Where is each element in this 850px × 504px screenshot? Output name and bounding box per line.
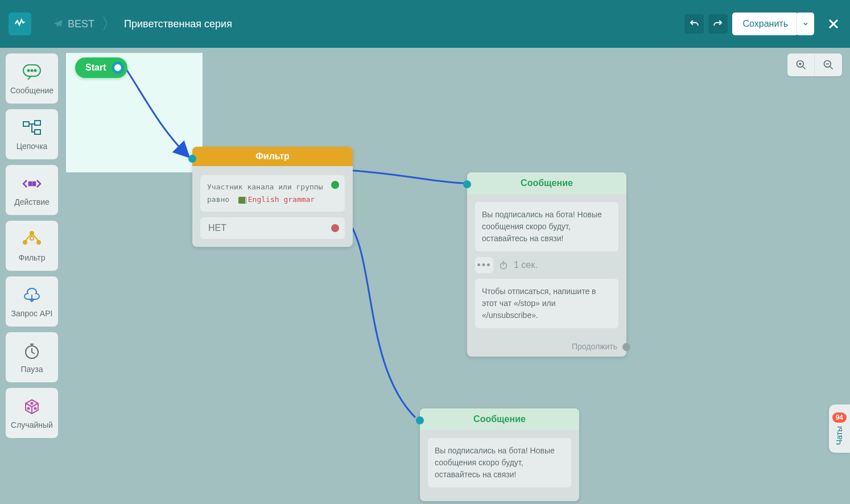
tool-label: Запрос API (11, 309, 53, 318)
tool-label: Сообщение (10, 86, 53, 95)
chat-label: Чаты (835, 426, 844, 445)
zoom-controls (787, 53, 842, 76)
undo-button[interactable] (684, 14, 704, 34)
chat-sidebar-tab[interactable]: 94 Чаты (829, 404, 850, 453)
node-toolbar: Сообщение Цепочка Действие Фильтр Запрос… (6, 53, 58, 438)
flow-name: Приветственная серия (124, 18, 232, 30)
tool-label: Цепочка (16, 142, 48, 151)
zoom-in-icon (795, 59, 807, 71)
continue-label: Продолжить (572, 342, 617, 351)
svg-point-10 (23, 241, 27, 244)
filter-node[interactable]: Фильтр Участник канала или группы равно … (192, 147, 353, 247)
dice-icon (23, 398, 40, 415)
api-icon (22, 287, 42, 304)
tool-message[interactable]: Сообщение (6, 53, 58, 104)
message-icon (22, 64, 42, 81)
filter-input-port[interactable] (188, 155, 196, 163)
app-header: BEST 〉 Приветственная серия Сохранить (0, 0, 850, 48)
svg-point-9 (30, 232, 34, 235)
undo-icon (689, 19, 699, 29)
typing-icon: ••• (475, 257, 493, 273)
message1-header: Сообщение (467, 172, 626, 194)
tool-filter[interactable]: Фильтр (6, 221, 58, 271)
book-icon (238, 197, 246, 204)
close-button[interactable] (826, 16, 841, 32)
tool-action[interactable]: Действие (6, 165, 58, 215)
tool-label: Фильтр (18, 253, 45, 262)
condition-line1: Участник канала или группы (207, 181, 338, 193)
start-node[interactable]: Start (75, 57, 127, 78)
redo-icon (713, 19, 723, 29)
svg-point-12 (30, 237, 34, 240)
zoom-in-button[interactable] (787, 53, 815, 76)
message2-header: Сообщение (420, 408, 579, 430)
tool-label: Пауза (21, 365, 43, 374)
chat-count-badge: 94 (832, 412, 847, 423)
svg-point-3 (35, 70, 36, 72)
start-output-port[interactable] (112, 61, 124, 74)
filter-yes-port[interactable] (331, 181, 339, 189)
bot-name: BEST (68, 18, 94, 30)
chain-icon (22, 119, 42, 137)
message1-delay[interactable]: ••• 1 сек. (475, 257, 618, 273)
action-icon (22, 177, 42, 191)
message2-bubble1[interactable]: Вы подписались на бота! Новые сообщения … (428, 438, 571, 488)
svg-rect-4 (23, 122, 29, 126)
tool-chain[interactable]: Цепочка (6, 109, 58, 159)
save-dropdown[interactable] (796, 13, 814, 35)
tool-random[interactable]: Случайный (6, 388, 58, 438)
tool-api[interactable]: Запрос API (6, 276, 58, 327)
tool-label: Действие (14, 197, 49, 206)
stopwatch-icon (499, 261, 508, 270)
redo-button[interactable] (708, 14, 728, 34)
condition-value: English grammar (248, 195, 315, 204)
pause-icon (23, 342, 40, 360)
message1-continue[interactable]: Продолжить (467, 342, 626, 357)
message1-input-port[interactable] (463, 180, 471, 188)
svg-point-14 (31, 403, 33, 404)
filter-no-branch[interactable]: НЕТ (200, 217, 345, 239)
breadcrumb-bot[interactable]: BEST (43, 18, 105, 30)
filter-icon (22, 231, 42, 248)
breadcrumb-flow[interactable]: Приветственная серия (114, 18, 242, 30)
svg-point-1 (28, 70, 30, 72)
tool-pause[interactable]: Пауза (6, 332, 58, 382)
filter-header: Фильтр (192, 147, 353, 166)
svg-point-2 (31, 70, 33, 72)
breadcrumb: BEST 〉 Приветственная серия (43, 13, 242, 35)
chevron-down-icon (802, 20, 809, 27)
message1-bubble2[interactable]: Чтобы отписаться, напишите в этот чат «/… (475, 279, 618, 328)
condition-operator: равно (207, 195, 229, 204)
delay-text: 1 сек. (514, 260, 538, 270)
flow-canvas[interactable]: Start Фильтр Участник канала или группы … (0, 48, 850, 504)
message2-input-port[interactable] (416, 416, 424, 424)
message1-bubble1[interactable]: Вы подписались на бота! Новые сообщения … (475, 202, 618, 251)
filter-condition[interactable]: Участник канала или группы равно English… (200, 175, 345, 212)
filter-no-port[interactable] (331, 224, 339, 232)
start-label: Start (85, 63, 106, 73)
svg-rect-7 (29, 182, 31, 185)
svg-rect-6 (35, 130, 40, 134)
zoom-out-button[interactable] (815, 53, 842, 76)
telegram-icon (53, 19, 63, 29)
svg-rect-8 (33, 182, 35, 185)
message-node-2[interactable]: Сообщение Вы подписались на бота! Новые … (420, 408, 579, 501)
save-button[interactable]: Сохранить (732, 13, 798, 35)
svg-point-11 (37, 241, 40, 244)
message-node-1[interactable]: Сообщение Вы подписались на бота! Новые … (467, 172, 626, 357)
svg-point-15 (28, 408, 30, 410)
header-actions: Сохранить (684, 13, 841, 35)
zoom-out-icon (823, 59, 834, 71)
tool-label: Случайный (11, 420, 53, 429)
no-label: НЕТ (208, 223, 226, 233)
svg-rect-5 (35, 121, 40, 125)
message1-output-port[interactable] (622, 343, 630, 351)
close-icon (827, 17, 840, 31)
svg-point-16 (35, 408, 36, 410)
logo-button[interactable] (9, 13, 31, 35)
